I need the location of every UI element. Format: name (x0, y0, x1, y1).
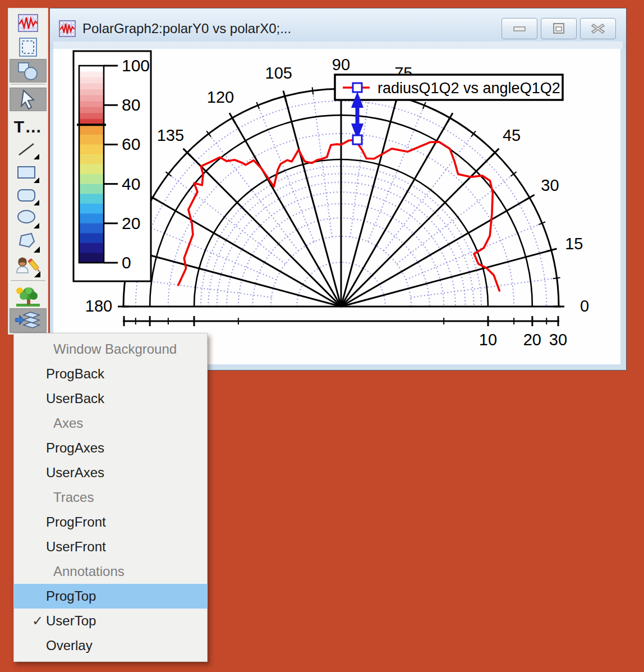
angle-spoke (153, 198, 341, 307)
color-scale-tick-label: 100 (122, 56, 150, 75)
menu-item-userback[interactable]: UserBack (14, 386, 207, 411)
angle-label: 180 (85, 297, 112, 315)
menu-item-label: ProgTop (46, 588, 96, 604)
minor-angle-gridline (210, 136, 298, 251)
rect-tool-button[interactable] (10, 163, 47, 185)
color-band (79, 107, 104, 113)
line-tool-button[interactable] (10, 141, 47, 161)
menu-item-window-background: Window Background (14, 337, 207, 362)
menu-item-useraxes[interactable]: UserAxes (14, 460, 207, 485)
angle-spoke (131, 250, 341, 307)
shapes-icon (16, 61, 40, 81)
angle-label: 45 (503, 126, 521, 144)
legend-label: radiusQ1Q2 vs angleQ1Q2 (378, 80, 560, 97)
menu-item-axes: Axes (14, 411, 207, 436)
radius-tick-label: 20 (523, 331, 541, 349)
menu-item-label: ProgAxes (46, 440, 104, 455)
angle-minor-tick (553, 278, 560, 279)
drawing-toolbar: T… (8, 8, 48, 335)
arrow-tool-button[interactable] (10, 88, 47, 111)
menu-item-progfront[interactable]: ProgFront (14, 510, 207, 534)
menu-item-label: Annotations (53, 564, 125, 579)
angle-major-tick (447, 113, 453, 122)
menu-item-progtop[interactable]: ProgTop (14, 584, 207, 609)
angle-label: 120 (207, 88, 234, 106)
color-band (79, 194, 104, 204)
angle-spoke (341, 118, 450, 307)
polygon-icon (16, 231, 40, 254)
polygon-tool-button[interactable] (10, 231, 47, 254)
angle-label: 135 (157, 126, 184, 144)
angle-label: 0 (580, 297, 589, 315)
tree-icon (15, 286, 41, 308)
annotation-handle-top[interactable] (353, 83, 362, 92)
text-tool-button[interactable]: T… (10, 115, 47, 139)
graph-tool-button[interactable] (10, 12, 47, 34)
menu-item-overlay[interactable]: Overlay (14, 633, 207, 658)
layers-tool-button[interactable] (10, 308, 47, 333)
marquee-icon (18, 37, 38, 57)
color-band (79, 144, 104, 154)
person-pencil-icon (15, 256, 41, 278)
color-band (79, 84, 104, 90)
color-tool-button[interactable] (10, 286, 47, 308)
minor-angle-gridline (384, 136, 471, 251)
color-band (79, 204, 104, 214)
angle-major-tick (229, 113, 235, 122)
menu-item-usertop[interactable]: ✓UserTop (14, 609, 207, 633)
angle-spoke (341, 198, 530, 307)
color-band (79, 95, 104, 102)
color-band (79, 223, 104, 234)
menu-item-label: Axes (53, 415, 83, 431)
color-scale-tick-label: 0 (122, 253, 131, 272)
check-icon: ✓ (32, 609, 43, 633)
marquee-tool-button[interactable] (10, 36, 47, 58)
ellipse-tool-button[interactable] (10, 208, 47, 230)
layer-popup-menu: Window BackgroundProgBackUserBackAxesPro… (13, 333, 208, 662)
annotation-handle-bottom[interactable] (353, 135, 362, 144)
angle-minor-tick (312, 87, 314, 94)
layers-icon (15, 310, 42, 331)
ellipse-icon (16, 208, 40, 230)
shapes-tool-button[interactable] (10, 59, 47, 83)
color-band (79, 89, 104, 95)
color-band (79, 77, 104, 84)
rounded-rectangle-icon (16, 188, 40, 207)
color-band (79, 164, 104, 175)
angle-spoke (341, 250, 551, 307)
radius-tick-label: 10 (479, 331, 497, 349)
menu-item-label: UserAxes (46, 465, 104, 480)
color-band (79, 213, 104, 223)
text-tool-label: T… (14, 117, 42, 136)
angle-spoke (232, 118, 341, 307)
color-band (79, 125, 104, 135)
minor-angle-gridline (397, 176, 511, 263)
menu-item-traces: Traces (14, 485, 207, 510)
graph-icon (17, 13, 39, 33)
color-band (79, 113, 104, 119)
angle-spoke (341, 153, 495, 307)
color-scale-tick-label: 40 (122, 175, 140, 193)
menu-item-annotations: Annotations (14, 559, 207, 584)
toolbar-separator (11, 84, 45, 85)
color-band (79, 233, 104, 243)
freehand-tool-button[interactable] (10, 255, 47, 279)
menu-item-label: UserFront (46, 539, 106, 554)
line-icon (16, 141, 40, 161)
radius-tick-label: 30 (549, 331, 567, 349)
menu-item-progback[interactable]: ProgBack (14, 362, 207, 386)
angle-label: 15 (565, 235, 583, 253)
color-band (79, 184, 104, 194)
menu-item-label: Traces (53, 490, 94, 505)
angle-label: 105 (265, 64, 292, 82)
rounded-rect-tool-button[interactable] (10, 187, 47, 207)
color-scale-tick-label: 60 (122, 135, 140, 153)
toolbar-separator (11, 280, 45, 282)
menu-item-label: UserTop (46, 613, 96, 628)
menu-item-userfront[interactable]: UserFront (14, 534, 207, 559)
color-band (79, 253, 104, 263)
color-scale-tick-label: 80 (122, 95, 140, 114)
menu-item-progaxes[interactable]: ProgAxes (14, 436, 207, 460)
menu-item-label: ProgFront (46, 514, 106, 529)
menu-item-label: ProgBack (46, 366, 104, 381)
